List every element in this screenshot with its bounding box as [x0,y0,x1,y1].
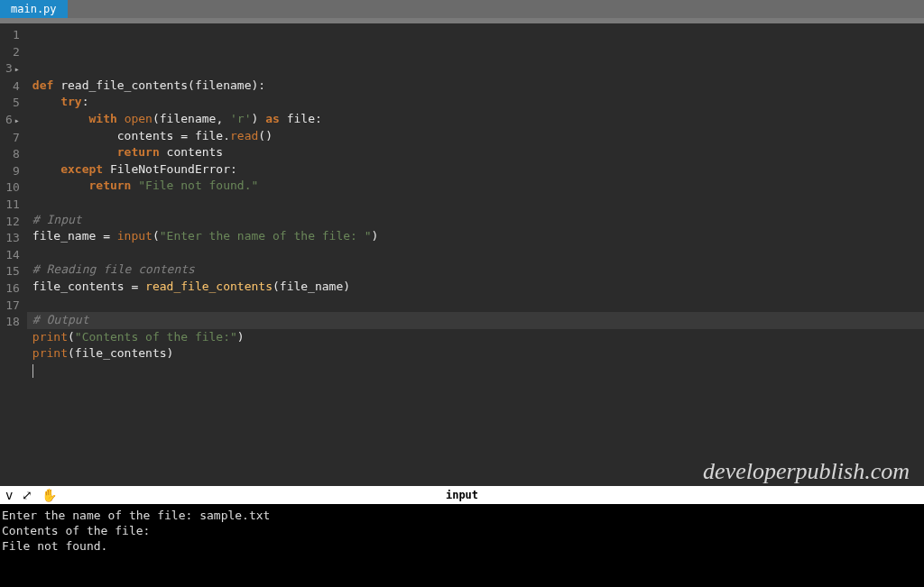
code-line[interactable]: # Input [32,212,919,229]
tab-bar: main.py [0,0,924,18]
line-number: 17 [5,298,20,315]
line-number: 7 [5,130,20,147]
code-line[interactable]: return contents [32,144,919,161]
code-line[interactable]: file_name = input("Enter the name of the… [32,228,919,245]
console-toolbar: v ⤢ ✋ input [0,486,924,504]
line-number: 9 [5,163,20,180]
line-number: 1 [5,27,20,44]
hand-icon[interactable]: ✋ [42,489,57,501]
code-line[interactable]: print(file_contents) [32,345,919,362]
code-line[interactable]: print("Contents of the file:") [32,329,919,346]
code-line[interactable]: try: [32,94,919,111]
console-output[interactable]: Enter the name of the file: sample.txt C… [0,504,924,587]
code-line[interactable] [32,195,919,212]
line-number: 11 [5,197,20,214]
code-line[interactable] [32,296,919,313]
code-line[interactable]: def read_file_contents(filename): [32,78,919,95]
line-number: 2 [5,44,20,61]
code-line[interactable]: # Output [32,312,919,329]
code-line[interactable]: return "File not found." [32,178,919,195]
code-line[interactable]: # Reading file contents [32,261,919,279]
console-title: input [446,489,478,501]
line-number: 10 [5,179,20,197]
line-number: 14 [5,247,20,264]
watermark: developerpublish.com [703,463,910,481]
line-number: 8 [5,146,20,163]
code-area[interactable]: def read_file_contents(filename): try: w… [27,23,924,486]
line-number: 16 [5,280,20,298]
tab-main-py[interactable]: main.py [0,0,68,18]
line-number: 12 [5,214,20,231]
code-line[interactable] [32,245,919,262]
chevron-down-icon[interactable]: v [5,489,13,501]
line-number: 4 [5,78,20,96]
text-cursor [32,364,33,378]
code-line[interactable]: file_contents = read_file_contents(file_… [32,279,919,296]
line-number: 13 [5,230,20,247]
code-editor[interactable]: 123456789101112131415161718 def read_fil… [0,23,924,486]
expand-icon[interactable]: ⤢ [22,489,32,501]
code-line[interactable]: with open(filename, 'r') as file: [32,111,919,128]
code-line[interactable]: except FileNotFoundError: [32,161,919,179]
line-number: 3 [5,60,20,78]
code-line[interactable] [32,362,919,380]
line-number: 5 [5,95,20,112]
line-number-gutter: 123456789101112131415161718 [0,23,27,486]
code-line[interactable]: contents = file.read() [32,128,919,145]
line-number: 6 [5,112,20,130]
line-number: 18 [5,314,20,331]
line-number: 15 [5,263,20,280]
